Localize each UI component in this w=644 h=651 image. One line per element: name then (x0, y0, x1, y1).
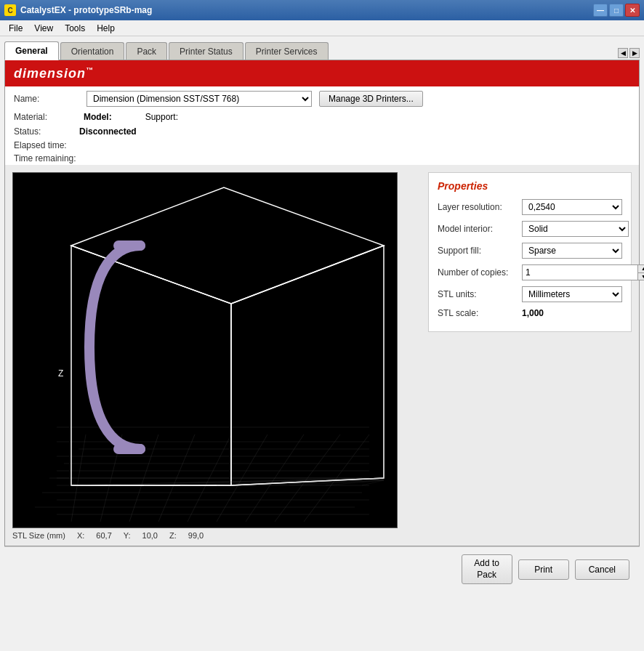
close-button[interactable]: ✕ (625, 4, 640, 17)
copies-label: Number of copies: (438, 267, 518, 278)
stl-x-value: 60,7 (96, 531, 111, 540)
support-fill-row: Support fill: Sparse Basic Enhanced (438, 243, 622, 259)
stl-scale-label: STL scale: (438, 308, 518, 318)
remaining-label: Time remaining: (14, 153, 79, 163)
remaining-row: Time remaining: (5, 152, 639, 165)
app-icon: C (4, 4, 16, 16)
tab-bar: General Orientation Pack Printer Status … (4, 41, 640, 60)
menu-bar: File View Tools Help (0, 20, 644, 36)
name-label: Name: (14, 94, 79, 104)
menu-help[interactable]: Help (91, 22, 121, 35)
tab-nav-arrows: ◀ ▶ (618, 48, 640, 60)
model-interior-select[interactable]: Solid Sparse - High Density Sparse - Low… (522, 221, 629, 237)
minimize-button[interactable]: — (593, 4, 608, 17)
support-label: Support: (145, 112, 178, 122)
svg-text:Z: Z (58, 368, 63, 379)
copies-down-button[interactable]: ▼ (638, 273, 644, 280)
svg-marker-24 (231, 246, 384, 485)
menu-file[interactable]: File (3, 22, 28, 35)
stl-y-value: 10,0 (142, 531, 158, 540)
elapsed-label: Elapsed time: (14, 140, 79, 150)
layer-resolution-label: Layer resolution: (438, 202, 518, 212)
stl-size-info: STL Size (mm) X: 60,7 Y: 10,0 Z: 99,0 (12, 531, 419, 540)
material-block: Material: Model: Support: (14, 112, 630, 122)
tab-pack[interactable]: Pack (126, 42, 167, 60)
copies-arrows: ▲ ▼ (637, 265, 644, 280)
title-bar-controls: — □ ✕ (593, 4, 640, 17)
tab-general[interactable]: General (4, 41, 59, 60)
copies-up-button[interactable]: ▲ (638, 265, 644, 273)
printer-name-select[interactable]: Dimension (Dimension SST/SST 768) (86, 91, 312, 107)
manage-printers-button[interactable]: Manage 3D Printers... (319, 91, 423, 107)
name-row: Name: Dimension (Dimension SST/SST 768) … (5, 86, 639, 110)
printer-banner: dimension™ (5, 60, 639, 86)
bottom-bar: Add toPack Print Cancel (4, 546, 640, 591)
tab-printer-services[interactable]: Printer Services (245, 42, 329, 60)
title-bar-left: C CatalystEX - prototypeSRb-mag (4, 4, 152, 16)
stl-scale-row: STL scale: 1,000 (438, 308, 622, 318)
stl-units-row: STL units: Millimeters Inches (438, 286, 622, 302)
content-panel: dimension™ Name: Dimension (Dimension SS… (4, 60, 640, 546)
stl-scale-value: 1,000 (522, 308, 544, 318)
menu-tools[interactable]: Tools (59, 22, 91, 35)
stl-z-label: Z: (169, 531, 177, 540)
3d-viewport[interactable]: Z (12, 172, 398, 528)
layer-resolution-select[interactable]: 0,2540 0,1270 0,3302 (522, 199, 622, 215)
3d-scene-svg: Z (13, 173, 398, 528)
model-interior-row: Model interior: Solid Sparse - High Dens… (438, 221, 622, 237)
title-bar: C CatalystEX - prototypeSRb-mag — □ ✕ (0, 0, 644, 20)
stl-size-label: STL Size (mm) (12, 531, 65, 540)
status-label: Status: (14, 126, 79, 137)
tab-next-button[interactable]: ▶ (629, 48, 640, 58)
status-value: Disconnected (79, 126, 137, 137)
copies-input-wrapper: ▲ ▼ (522, 264, 644, 280)
copies-row: Number of copies: ▲ ▼ (438, 264, 622, 280)
menu-view[interactable]: View (28, 22, 59, 35)
copies-input[interactable] (523, 265, 637, 280)
main-window: General Orientation Pack Printer Status … (0, 36, 644, 651)
properties-title: Properties (438, 180, 622, 192)
stl-z-value: 99,0 (188, 531, 204, 540)
stl-units-label: STL units: (438, 289, 518, 299)
cancel-button[interactable]: Cancel (575, 559, 629, 580)
maximize-button[interactable]: □ (609, 4, 624, 17)
tab-prev-button[interactable]: ◀ (618, 48, 628, 58)
model-interior-label: Model interior: (438, 224, 518, 234)
stl-y-label: Y: (124, 531, 131, 540)
layer-resolution-row: Layer resolution: 0,2540 0,1270 0,3302 (438, 199, 622, 215)
support-fill-select[interactable]: Sparse Basic Enhanced (522, 243, 622, 259)
tab-orientation[interactable]: Orientation (60, 42, 125, 60)
properties-panel: Properties Layer resolution: 0,2540 0,12… (428, 172, 632, 332)
model-label: Model: (84, 112, 112, 122)
window-title: CatalystEX - prototypeSRb-mag (20, 5, 152, 15)
elapsed-row: Elapsed time: (5, 139, 639, 152)
viewport-area: Z (12, 172, 419, 540)
dimension-logo: dimension™ (14, 66, 94, 81)
support-fill-label: Support fill: (438, 246, 518, 256)
stl-x-label: X: (77, 531, 84, 540)
body-area: Z (5, 165, 639, 546)
svg-line-32 (144, 479, 384, 485)
status-row: Status: Disconnected (5, 124, 639, 139)
stl-units-select[interactable]: Millimeters Inches (522, 286, 622, 302)
material-label: Material: (14, 112, 79, 122)
material-row: Material: Model: Support: (5, 110, 639, 124)
add-to-pack-button[interactable]: Add toPack (462, 554, 512, 584)
print-button[interactable]: Print (518, 559, 569, 580)
tab-printer-status[interactable]: Printer Status (169, 42, 243, 60)
